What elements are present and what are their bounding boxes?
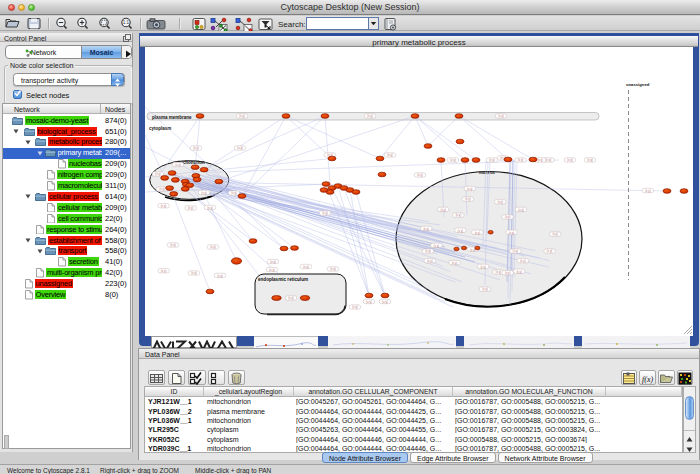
svg-text:(x y): (x y) xyxy=(434,244,440,248)
svg-text:(x y): (x y) xyxy=(552,232,558,236)
svg-text:(x y): (x y) xyxy=(440,208,446,212)
svg-text:(x y): (x y) xyxy=(482,287,488,291)
svg-text:(x y): (x y) xyxy=(387,153,393,157)
svg-text:(x y): (x y) xyxy=(239,114,245,118)
svg-text:(x y): (x y) xyxy=(518,208,524,212)
svg-text:(x y): (x y) xyxy=(237,146,243,150)
svg-text:(x y): (x y) xyxy=(270,260,276,264)
svg-text:(x y): (x y) xyxy=(498,114,504,118)
svg-text:(x y): (x y) xyxy=(352,305,358,309)
svg-text:(x y): (x y) xyxy=(161,269,167,273)
svg-text:(x y): (x y) xyxy=(452,261,458,265)
svg-text:(x y): (x y) xyxy=(467,187,473,191)
svg-text:(x y): (x y) xyxy=(366,300,372,304)
svg-text:(x y): (x y) xyxy=(587,158,593,162)
svg-text:(x y): (x y) xyxy=(509,231,515,235)
svg-text:f(x): f(x) xyxy=(642,375,653,384)
svg-text:(x y): (x y) xyxy=(159,187,165,191)
svg-text:(x y): (x y) xyxy=(458,229,464,233)
svg-text:Search:: Search: xyxy=(278,20,306,29)
svg-text:(x y): (x y) xyxy=(496,270,502,274)
svg-text:(x y): (x y) xyxy=(516,270,522,274)
svg-text:(x y): (x y) xyxy=(456,213,462,217)
svg-text:(x y): (x y) xyxy=(497,200,503,204)
svg-text:(x y): (x y) xyxy=(382,300,388,304)
svg-text:(x y): (x y) xyxy=(201,191,207,195)
svg-text:(x y): (x y) xyxy=(288,296,294,300)
svg-text:(x y): (x y) xyxy=(170,243,176,247)
svg-text:(x y): (x y) xyxy=(505,215,511,219)
svg-text:(x y): (x y) xyxy=(207,206,213,210)
svg-text:(x y): (x y) xyxy=(155,172,161,176)
svg-text:(x y): (x y) xyxy=(489,158,495,162)
svg-text:nucleus: nucleus xyxy=(479,170,495,175)
svg-text:(x y): (x y) xyxy=(425,249,431,253)
svg-text:(x y): (x y) xyxy=(210,245,216,249)
svg-text:endoplasmic reticulum: endoplasmic reticulum xyxy=(258,277,308,282)
svg-text:(x y): (x y) xyxy=(330,267,336,271)
svg-text:(x y): (x y) xyxy=(161,204,167,208)
svg-text:(x y): (x y) xyxy=(645,189,651,193)
svg-text:(x y): (x y) xyxy=(513,249,519,253)
svg-text:(x y): (x y) xyxy=(518,158,524,162)
svg-text:(x y): (x y) xyxy=(417,173,423,177)
svg-text:(x y): (x y) xyxy=(193,146,199,150)
svg-text:(x y): (x y) xyxy=(427,259,433,263)
svg-text:(x y): (x y) xyxy=(367,114,373,118)
svg-text:(x y): (x y) xyxy=(475,231,481,235)
svg-text:(x y): (x y) xyxy=(480,265,486,269)
svg-text:(x y): (x y) xyxy=(269,268,275,272)
svg-text:1:1: 1:1 xyxy=(123,20,130,25)
svg-text:(x y): (x y) xyxy=(191,271,197,275)
svg-text:(x y): (x y) xyxy=(231,191,237,195)
svg-text:unassigned: unassigned xyxy=(626,82,650,87)
svg-text:(x y): (x y) xyxy=(175,163,181,167)
svg-text:(x y): (x y) xyxy=(450,158,456,162)
svg-text:(x y): (x y) xyxy=(546,158,552,162)
svg-text:(x y): (x y) xyxy=(537,158,543,162)
svg-text:(x y): (x y) xyxy=(303,265,309,269)
svg-text:(x y): (x y) xyxy=(322,211,328,215)
svg-text:(x y): (x y) xyxy=(547,249,553,253)
svg-text:(x y): (x y) xyxy=(505,271,511,275)
svg-text:(x y): (x y) xyxy=(520,259,526,263)
svg-text:(x y): (x y) xyxy=(567,158,573,162)
svg-text:(x y): (x y) xyxy=(465,197,471,201)
svg-text:(x y): (x y) xyxy=(217,274,223,278)
svg-text:(x y): (x y) xyxy=(423,227,429,231)
svg-text:(x y): (x y) xyxy=(188,206,194,210)
